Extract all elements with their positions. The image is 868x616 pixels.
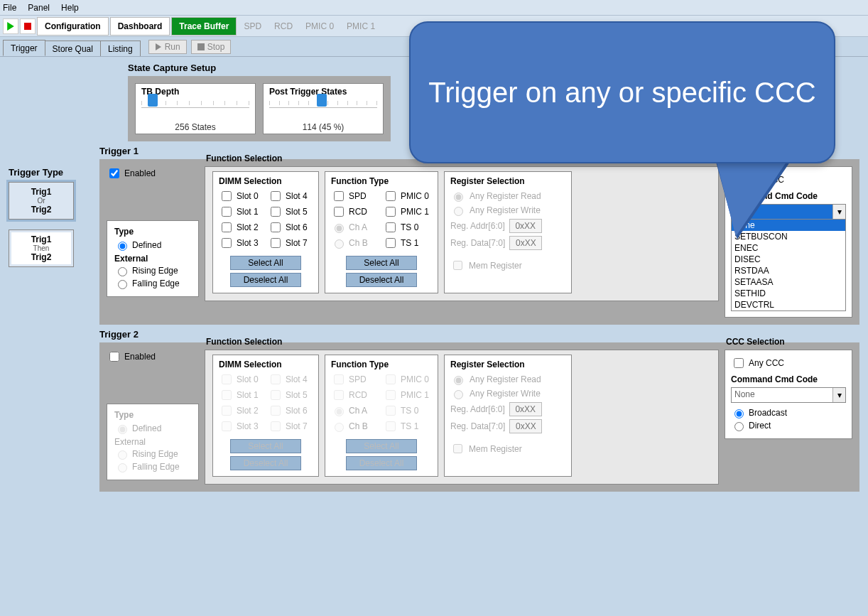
trigger2-dimm-deselect-all[interactable]: Deselect All xyxy=(230,456,301,470)
trigger1-mem-register[interactable]: Mem Register xyxy=(450,259,565,272)
main-tab-dashboard[interactable]: Dashboard xyxy=(110,17,170,36)
annotation-callout: Trigger on any or specific CCC xyxy=(409,21,835,163)
trigger1-type-falling[interactable]: Falling Edge xyxy=(114,278,191,289)
svg-rect-1 xyxy=(24,23,31,30)
ccc-option-enec[interactable]: ENEC xyxy=(732,242,845,254)
trigger2-cmd-code-combo[interactable]: None ▾ xyxy=(731,387,846,403)
trigger1-slot3[interactable]: Slot 3 xyxy=(219,236,264,250)
trigger2-function-type: Function Type SPD PMIC 0 RCD PMIC 1 Ch A… xyxy=(325,355,438,477)
trigger2-any-ccc[interactable]: Any CCC xyxy=(731,356,846,370)
trigger2-ccc-broadcast[interactable]: Broadcast xyxy=(731,407,846,418)
trigger1-reg-any-write[interactable]: Any Register Write xyxy=(450,205,565,216)
trigger2-reg-data-row: Reg. Data[7:0] xyxy=(450,419,565,433)
trigger2-enabled-checkbox[interactable]: Enabled xyxy=(107,350,199,364)
main-tab-trace-buffer[interactable]: Trace Buffer xyxy=(171,17,237,36)
ccc-option-rstdaa[interactable]: RSTDAA xyxy=(732,265,845,276)
trigger2-ft-deselect-all[interactable]: Deselect All xyxy=(346,456,417,470)
trigger1-slot5[interactable]: Slot 5 xyxy=(268,205,313,219)
subtab-store-qual[interactable]: Store Qual xyxy=(45,40,101,56)
toolbar-play-button[interactable] xyxy=(3,18,18,34)
trigger1-slot6[interactable]: Slot 6 xyxy=(268,220,313,234)
trigger1-reg-any-read[interactable]: Any Register Read xyxy=(450,190,565,202)
menu-bar: File Panel Help xyxy=(0,0,868,16)
trigger2-ft-pmic1: PMIC 1 xyxy=(383,388,432,402)
trigger-mode-or[interactable]: Trig1 Or Trig2 xyxy=(9,182,74,220)
trigger1-ft-rcd[interactable]: RCD xyxy=(331,205,380,219)
run-button[interactable]: Run xyxy=(148,40,187,54)
trigger2-type-rising: Rising Edge xyxy=(114,448,191,460)
svg-rect-3 xyxy=(197,43,205,50)
trigger2-type-title: Type xyxy=(114,410,191,420)
trigger2-slot2: Slot 2 xyxy=(219,404,264,418)
trigger2-dimm-select-all[interactable]: Select All xyxy=(230,439,301,453)
trigger1-type-title: Type xyxy=(114,227,191,237)
stop-button[interactable]: Stop xyxy=(191,40,232,54)
trigger2-ft-chb: Ch B xyxy=(331,419,380,433)
trigger2-ft-select-all[interactable]: Select All xyxy=(346,439,417,453)
trigger1-slot4[interactable]: Slot 4 xyxy=(268,189,313,203)
trigger1-ft-pmic0[interactable]: PMIC 0 xyxy=(383,189,432,203)
trigger1-dimm-select-all[interactable]: Select All xyxy=(230,256,301,270)
ccc-option-sethid[interactable]: SETHID xyxy=(732,288,845,299)
trigger1-dimm-deselect-all[interactable]: Deselect All xyxy=(230,273,301,287)
main-tab-configuration[interactable]: Configuration xyxy=(37,17,109,36)
trigger2-ft-ts1: TS 1 xyxy=(383,419,432,433)
menu-panel[interactable]: Panel xyxy=(28,3,50,13)
ccc-option-devctrl[interactable]: DEVCTRL xyxy=(732,299,845,310)
trigger2-slot3: Slot 3 xyxy=(219,419,264,433)
trigger1-ft-ts1[interactable]: TS 1 xyxy=(383,236,432,250)
trigger2-ccc-box: Any CCC Command Cmd Code None ▾ Broadcas… xyxy=(725,350,852,439)
menu-help[interactable]: Help xyxy=(61,3,79,13)
state-capture-title: State Capture Setup xyxy=(128,63,391,73)
trigger1-reg-addr-row: Reg. Addr[6:0] xyxy=(450,219,565,233)
tb-depth-slider[interactable] xyxy=(141,101,249,119)
menu-file[interactable]: File xyxy=(3,3,16,13)
trigger1-enabled-checkbox[interactable]: Enabled xyxy=(107,166,199,180)
trigger1-ft-chb[interactable]: Ch B xyxy=(331,236,380,250)
trigger1-type-rising[interactable]: Rising Edge xyxy=(114,265,191,276)
trigger2-ccc-direct[interactable]: Direct xyxy=(731,420,846,431)
ftype-title2: Function Type xyxy=(331,360,432,369)
trigger1-slot7[interactable]: Slot 7 xyxy=(268,236,313,250)
trigger1-ft-select-all[interactable]: Select All xyxy=(346,256,417,270)
trigger2-reg-any-write: Any Register Write xyxy=(450,388,565,399)
trigger1-ft-deselect-all[interactable]: Deselect All xyxy=(346,273,417,287)
ccc-option-setaasa[interactable]: SETAASA xyxy=(732,276,845,288)
trigger1-ft-cha[interactable]: Ch A xyxy=(331,220,380,234)
trigger1-ft-pmic1[interactable]: PMIC 1 xyxy=(383,205,432,219)
trigger1-type-box: Type Defined External Rising Edge Fallin… xyxy=(107,220,199,297)
trigger1-reg-addr-input[interactable] xyxy=(509,219,542,233)
subtab-listing[interactable]: Listing xyxy=(100,40,141,56)
trigger2-ccc-title: CCC Selection xyxy=(726,337,785,347)
trigger2-reg-data-input xyxy=(509,419,542,433)
trigger2-block: Trigger 2 Enabled Type Defined External … xyxy=(99,329,859,492)
state-capture-setup: State Capture Setup TB Depth 256 States … xyxy=(128,63,391,141)
tb-depth-value: 256 States xyxy=(141,122,249,132)
toolbar-stop-button[interactable] xyxy=(20,18,36,34)
ccc-option-disec[interactable]: DISEC xyxy=(732,254,845,265)
trigger2-mem-register: Mem Register xyxy=(450,442,565,455)
trigger-mode-then[interactable]: Trig1 Then Trig2 xyxy=(9,229,74,267)
trigger1-function-type: Function Type SPD PMIC 0 RCD PMIC 1 Ch A… xyxy=(325,171,438,293)
trigger2-slot7: Slot 7 xyxy=(268,419,313,433)
trigger2-slot1: Slot 1 xyxy=(219,388,264,402)
trigger2-slot5: Slot 5 xyxy=(268,388,313,402)
regsel-title: Register Selection xyxy=(450,176,565,186)
trigger2-reg-addr-input xyxy=(509,402,542,416)
post-trigger-slider[interactable] xyxy=(269,101,377,119)
dimm-title: DIMM Selection xyxy=(219,176,313,186)
main-tab-pmic0: PMIC 0 xyxy=(300,18,340,34)
trigger1-slot0[interactable]: Slot 0 xyxy=(219,189,264,203)
trigger1-reg-data-input[interactable] xyxy=(509,236,542,250)
trigger-type-column: Trigger Type Trig1 Or Trig2 Trig1 Then T… xyxy=(9,141,94,492)
trigger2-slot4: Slot 4 xyxy=(268,372,313,387)
trigger1-slot1[interactable]: Slot 1 xyxy=(219,205,264,219)
trigger1-type-defined[interactable]: Defined xyxy=(114,239,191,251)
subtab-trigger[interactable]: Trigger xyxy=(3,40,45,56)
trigger1-ft-spd[interactable]: SPD xyxy=(331,189,380,203)
trigger1-slot2[interactable]: Slot 2 xyxy=(219,220,264,234)
trigger2-ft-pmic0: PMIC 0 xyxy=(383,372,432,387)
ftype-title: Function Type xyxy=(331,176,432,186)
trigger1-ft-ts0[interactable]: TS 0 xyxy=(383,220,432,234)
trigger2-ft-ts0: TS 0 xyxy=(383,404,432,418)
